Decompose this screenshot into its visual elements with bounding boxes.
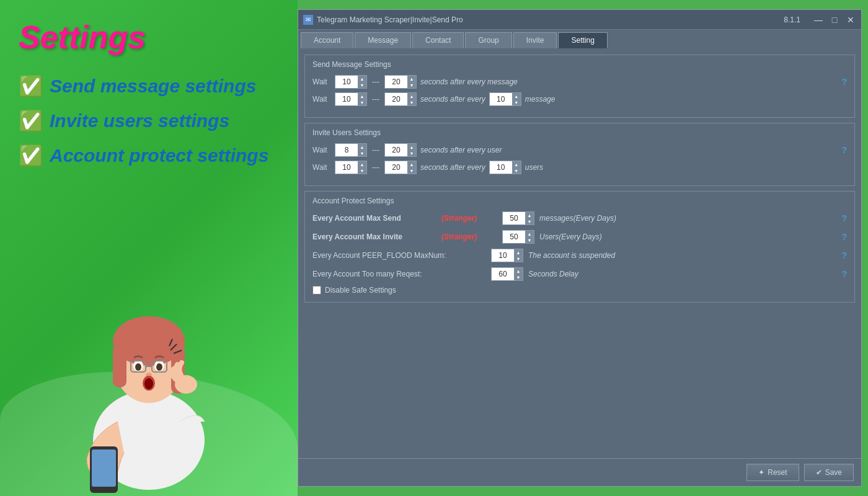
protect-help-4[interactable]: ? xyxy=(841,269,847,279)
send-val3-down[interactable]: ▼ xyxy=(358,99,366,105)
send-val1-spinner[interactable]: ▲ ▼ xyxy=(335,75,367,89)
tab-setting[interactable]: Setting xyxy=(558,32,607,48)
maximize-button[interactable]: □ xyxy=(829,14,840,25)
invite-val3-input[interactable] xyxy=(335,161,358,174)
send-val2-down[interactable]: ▼ xyxy=(407,82,416,88)
tab-contact[interactable]: Contact xyxy=(412,32,464,48)
protect-label-3: Every Account PEER_FLOOD MaxNum: xyxy=(312,251,486,260)
send-row-2: Wait ▲ ▼ --- ▲ ▼ seconds after eve xyxy=(312,92,847,106)
invite-suffix-2: users xyxy=(525,163,543,172)
protect-val2-down[interactable]: ▼ xyxy=(525,237,534,243)
protect-val4-up[interactable]: ▲ xyxy=(514,268,523,274)
protect-val2-spinner[interactable]: ▲ ▼ xyxy=(502,230,534,244)
send-message-section: Send Message Settings Wait ▲ ▼ --- ▲ xyxy=(304,55,855,118)
disable-safe-label[interactable]: Disable Safe Settings xyxy=(325,286,396,294)
invite-val2-input[interactable] xyxy=(385,144,407,156)
tab-message[interactable]: Message xyxy=(355,32,411,48)
send-val2-up[interactable]: ▲ xyxy=(407,76,416,82)
protect-val2-up[interactable]: ▲ xyxy=(525,231,534,237)
send-val3-spinner[interactable]: ▲ ▼ xyxy=(335,92,367,106)
protect-row-2: Every Account Max Invite (Stranger) ▲ ▼ … xyxy=(312,230,847,244)
invite-mid-label: seconds after every xyxy=(420,163,485,172)
send-val1-up[interactable]: ▲ xyxy=(358,76,366,82)
protect-val3-down[interactable]: ▼ xyxy=(514,255,523,262)
protect-val4-spinner[interactable]: ▲ ▼ xyxy=(491,267,523,281)
invite-val3-spinner[interactable]: ▲ ▼ xyxy=(335,161,367,174)
close-button[interactable]: ✕ xyxy=(845,14,856,25)
invite-val1-input[interactable] xyxy=(335,144,358,156)
invite-help-1[interactable]: ? xyxy=(841,145,847,155)
tab-invite[interactable]: Invite xyxy=(513,32,557,48)
invite-val1-down[interactable]: ▼ xyxy=(358,150,366,156)
invite-val3-down[interactable]: ▼ xyxy=(358,167,366,174)
svg-point-7 xyxy=(135,363,141,371)
protect-val4-down[interactable]: ▼ xyxy=(514,274,523,280)
invite-val5-spinner[interactable]: ▲ ▼ xyxy=(489,161,521,174)
send-val5-spinner[interactable]: ▲ ▼ xyxy=(489,92,521,106)
protect-val1-input[interactable] xyxy=(503,212,525,224)
protect-suffix-3: The account is suspended xyxy=(528,251,615,260)
invite-val4-spinner[interactable]: ▲ ▼ xyxy=(384,161,417,174)
invite-val1-up[interactable]: ▲ xyxy=(358,144,366,150)
svg-rect-3 xyxy=(113,344,126,388)
svg-rect-19 xyxy=(92,450,116,487)
svg-point-14 xyxy=(144,378,153,389)
send-row-1: Wait ▲ ▼ --- ▲ ▼ seconds after eve xyxy=(312,75,847,89)
tab-account[interactable]: Account xyxy=(301,32,353,48)
send-val5-input[interactable] xyxy=(490,93,512,105)
protect-label-4: Every Account Too many Reqest: xyxy=(312,270,486,278)
disable-safe-checkbox[interactable] xyxy=(312,286,321,294)
wait-label-1: Wait xyxy=(312,78,331,86)
invite-val2-spinner[interactable]: ▲ ▼ xyxy=(384,143,417,157)
send-val1-input[interactable] xyxy=(335,76,358,88)
disable-safe-row: Disable Safe Settings xyxy=(312,286,847,294)
protect-val2-input[interactable] xyxy=(503,231,525,243)
protect-val1-down[interactable]: ▼ xyxy=(525,218,534,224)
send-val2-input[interactable] xyxy=(385,76,407,88)
protect-help-2[interactable]: ? xyxy=(841,232,847,242)
send-val4-spinner[interactable]: ▲ ▼ xyxy=(384,92,417,106)
checkmark-account-icon: ✅ xyxy=(19,144,43,167)
send-val5-down[interactable]: ▼ xyxy=(512,99,521,105)
protect-val3-up[interactable]: ▲ xyxy=(514,249,523,255)
protect-val1-up[interactable]: ▲ xyxy=(525,212,534,218)
title-bar: ✉ Telegram Marketing Scraper|Invite|Send… xyxy=(298,10,861,30)
invite-val4-up[interactable]: ▲ xyxy=(407,161,416,167)
svg-point-8 xyxy=(156,363,162,371)
send-val2-spinner[interactable]: ▲ ▼ xyxy=(384,75,417,89)
tab-group[interactable]: Group xyxy=(465,32,512,48)
protect-val4-input[interactable] xyxy=(492,268,514,280)
invite-val5-input[interactable] xyxy=(490,161,512,174)
checkmark-invite-icon: ✅ xyxy=(19,109,43,133)
main-content: Send Message Settings Wait ▲ ▼ --- ▲ xyxy=(298,48,861,458)
invite-val4-input[interactable] xyxy=(385,161,407,174)
invite-val5-up[interactable]: ▲ xyxy=(512,161,521,167)
minimize-button[interactable]: — xyxy=(813,14,824,25)
send-help-1[interactable]: ? xyxy=(841,77,847,87)
send-val4-input[interactable] xyxy=(385,93,407,105)
character-illustration xyxy=(0,229,298,496)
invite-val3-up[interactable]: ▲ xyxy=(358,161,366,167)
protect-val3-input[interactable] xyxy=(492,249,514,262)
protect-val1-spinner[interactable]: ▲ ▼ xyxy=(502,211,534,225)
send-val5-up[interactable]: ▲ xyxy=(512,93,521,99)
save-button[interactable]: ✔ Save xyxy=(804,464,854,481)
account-protect-title: Account Protect Settings xyxy=(312,197,847,205)
protect-help-1[interactable]: ? xyxy=(841,213,847,223)
send-val4-down[interactable]: ▼ xyxy=(407,99,416,105)
feature-account: ✅ Account protect settings xyxy=(19,144,268,167)
send-val4-up[interactable]: ▲ xyxy=(407,93,416,99)
invite-val1-spinner[interactable]: ▲ ▼ xyxy=(335,143,367,157)
send-val3-up[interactable]: ▲ xyxy=(358,93,366,99)
invite-wait-label-2: Wait xyxy=(312,163,331,172)
send-val3-input[interactable] xyxy=(335,93,358,105)
reset-button[interactable]: ✦ Reset xyxy=(746,464,799,481)
invite-val5-down[interactable]: ▼ xyxy=(512,167,521,174)
invite-val2-down[interactable]: ▼ xyxy=(407,150,416,156)
invite-users-section: Invite Users Settings Wait ▲ ▼ --- ▲ xyxy=(304,123,855,186)
protect-val3-spinner[interactable]: ▲ ▼ xyxy=(491,249,523,262)
invite-val4-down[interactable]: ▼ xyxy=(407,167,416,174)
protect-help-3[interactable]: ? xyxy=(841,250,847,260)
send-val1-down[interactable]: ▼ xyxy=(358,82,366,88)
invite-val2-up[interactable]: ▲ xyxy=(407,144,416,150)
